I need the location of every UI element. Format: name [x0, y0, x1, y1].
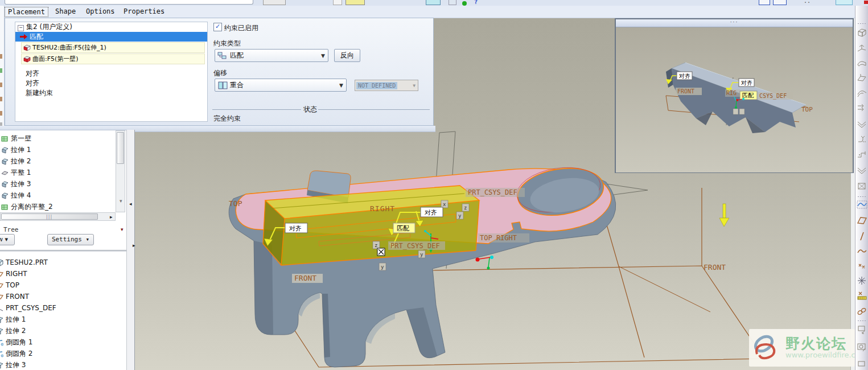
constraint-type-combo[interactable]: 匹配 ▼	[215, 49, 328, 62]
scroll-right-arrow[interactable]: ▸	[110, 215, 113, 220]
preview-title-bar[interactable]: ···	[616, 19, 853, 27]
show-menu-button[interactable]: w ▾	[0, 234, 15, 245]
scrollbar-thumb[interactable]	[117, 132, 124, 164]
window-button-fragment-3[interactable]	[836, 0, 853, 5]
tree-item[interactable]: 倒圆角 1	[0, 336, 126, 348]
chevron-down-icon[interactable]: ▼	[339, 83, 343, 88]
extend-wall-icon[interactable]	[857, 102, 867, 113]
tab-options[interactable]: Options	[83, 7, 118, 16]
offset-combo[interactable]: 重合 ▼	[215, 79, 347, 92]
splitter-collapse-left[interactable]: ◂	[129, 202, 132, 207]
tree-item[interactable]: 拉伸 2	[0, 325, 126, 336]
tab-properties[interactable]: Properties	[121, 7, 167, 16]
help-icon[interactable]: ?	[474, 0, 478, 5]
sketch-curve-icon[interactable]	[857, 246, 867, 257]
merge-link-icon[interactable]	[857, 306, 867, 317]
datum-point-icon[interactable]	[857, 261, 867, 272]
toolbar-button-fragment-4[interactable]	[426, 0, 441, 5]
datum-plane-icon[interactable]	[857, 215, 867, 226]
constraint-align-row-2[interactable]: 对齐	[15, 79, 207, 88]
constraint-new-row[interactable]: 新建约束	[15, 88, 207, 98]
tree-item[interactable]: 拉伸 1	[1, 144, 114, 155]
tree-item[interactable]: 平整 1	[1, 167, 114, 178]
toolbar-button-fragment-1[interactable]	[263, 0, 286, 5]
constraint-ref-row-2[interactable]: 曲面:F5(第一壁)	[21, 54, 205, 64]
window-button-fragment-1[interactable]	[759, 0, 770, 5]
round-icon	[0, 350, 4, 357]
mate-tag[interactable]: 匹配	[397, 225, 409, 232]
align-tag-1[interactable]: 对齐	[289, 225, 302, 232]
punch-form-icon[interactable]	[857, 181, 867, 192]
jog-icon[interactable]	[857, 149, 867, 160]
render-view-icon[interactable]	[857, 342, 867, 352]
swept-wall-icon[interactable]	[857, 88, 867, 98]
constraint-set-row[interactable]: −集2 (用户定义)	[15, 22, 207, 32]
preview-csys-y-dot	[735, 106, 737, 109]
viewport-label-top-right[interactable]: TOP RIGHT	[480, 234, 517, 242]
flange-wall-icon[interactable]	[857, 58, 867, 69]
toolbar-button-fragment-2[interactable]	[333, 0, 342, 5]
flat-wall-icon[interactable]	[857, 73, 867, 84]
tree-horizontal-scrollbar[interactable]: ||| ▸	[0, 212, 116, 221]
extra-tool-icon[interactable]	[857, 359, 867, 369]
tree-item[interactable]: 拉伸 3	[0, 359, 126, 370]
measure-icon[interactable]	[857, 290, 867, 301]
tree-item[interactable]: 拉伸 3	[1, 178, 114, 190]
flip-button[interactable]: 反向	[334, 49, 360, 62]
tree-item[interactable]: 拉伸 4	[1, 190, 114, 201]
tree-item[interactable]: TOP	[0, 279, 126, 291]
viewport-label-csys[interactable]: PRT_CSYS_DEF	[468, 188, 517, 196]
tree-item[interactable]: 倒圆角 2	[0, 348, 126, 359]
preview-viewport[interactable]: 对齐 对齐 匹配 FRONT RIG CSYS_DEF TOP	[616, 27, 853, 172]
settings-menu-button[interactable]: Settings ▾	[47, 234, 94, 245]
constraint-ref-row-1[interactable]: TESHU2:曲面:F5(拉伸_1)	[21, 42, 205, 53]
dashboard-input-fragment[interactable]	[5, 0, 253, 5]
window-button-fragment-2[interactable]	[773, 0, 787, 5]
tree-item[interactable]: FRONT	[0, 291, 126, 302]
preview-mate-tag[interactable]: 匹配	[742, 92, 754, 98]
bend-back-icon[interactable]	[857, 134, 867, 145]
constraint-selected-row[interactable]: 匹配	[15, 32, 207, 42]
v-bend-icon[interactable]	[857, 165, 867, 176]
watermark-url[interactable]: www.proewildfire.cn	[785, 351, 860, 359]
tree-item[interactable]: RIGHT	[0, 268, 126, 279]
constraint-enabled-checkbox[interactable]: ✓	[213, 23, 222, 31]
tree-item[interactable]: 第一壁	[1, 133, 114, 144]
use-edge-icon[interactable]	[857, 324, 867, 335]
extrude-wall-icon[interactable]	[857, 27, 867, 38]
preview-align-tag-1[interactable]: 对齐	[679, 73, 690, 79]
flip-arrow-shaft[interactable]	[723, 204, 726, 218]
tree-detach-arrow[interactable]: ▾	[120, 199, 122, 204]
viewport-label-front[interactable]: FRONT	[294, 274, 316, 282]
datum-curve-icon[interactable]	[857, 199, 867, 210]
tree-viewport-splitter[interactable]: ◂ ▸	[126, 130, 135, 370]
unbend-icon[interactable]	[857, 118, 867, 129]
chevron-down-icon[interactable]: ▼	[321, 53, 325, 59]
datum-line-icon[interactable]	[857, 231, 867, 242]
viewport-label-right[interactable]: RIGHT	[370, 204, 395, 213]
tree-item[interactable]: 拉伸 1	[0, 314, 126, 325]
scrollbar-thumb[interactable]: |||	[1, 213, 98, 220]
component-preview-window[interactable]: ··· 对齐 对齐	[615, 18, 854, 173]
constraint-align-row-1[interactable]: 对齐	[15, 69, 207, 79]
preview-align-tag-2[interactable]: 对齐	[741, 80, 752, 86]
viewport-label-front2[interactable]: FRONT	[704, 263, 726, 272]
toolbar-button-fragment-5[interactable]	[449, 0, 456, 5]
align-tag-2[interactable]: 对齐	[425, 209, 437, 216]
viewport-label-top[interactable]: TOP	[229, 199, 242, 208]
constraint-tree[interactable]: −集2 (用户定义) 匹配 TESHU2:曲面:F5(拉伸_1) 曲面:F5(第…	[15, 22, 208, 122]
tree-item[interactable]: PRT_CSYS_DEF	[0, 302, 126, 314]
collapse-icon[interactable]: −	[18, 25, 24, 31]
tree-menu-arrow[interactable]: ▾	[121, 227, 124, 232]
viewport-label-csys2[interactable]: PRT_CSYS_DEF	[390, 242, 440, 250]
tree-item[interactable]: 拉伸 2	[1, 155, 114, 167]
tree-item[interactable]: 分离的平整_2	[1, 201, 114, 212]
splitter-collapse-right[interactable]: ▸	[133, 243, 135, 248]
toolbar-button-fragment-3[interactable]	[345, 0, 365, 5]
tab-shape[interactable]: Shape	[52, 7, 79, 16]
csys-axis-icon[interactable]	[857, 276, 867, 286]
tree-item[interactable]: TESHU2.PRT	[0, 257, 126, 268]
flip-arrow-head[interactable]	[719, 218, 729, 227]
tab-placement[interactable]: Placement	[5, 7, 48, 17]
first-wall-icon[interactable]	[857, 43, 867, 54]
